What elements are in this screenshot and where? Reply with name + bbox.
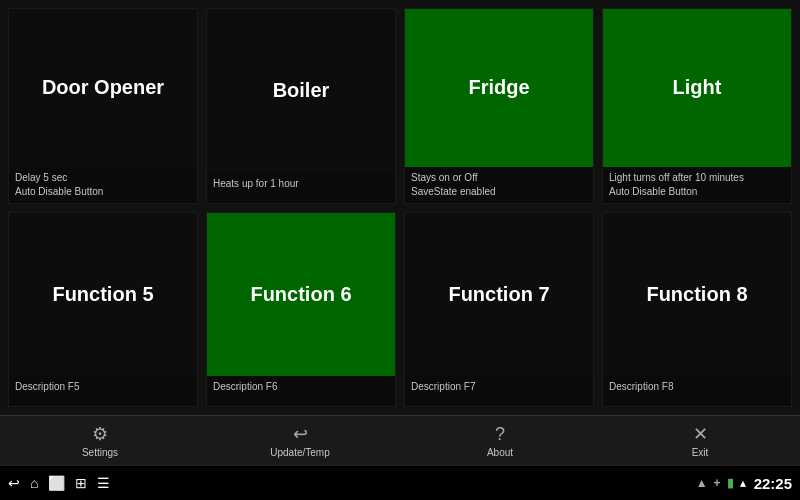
nav-item-settings[interactable]: ⚙Settings: [60, 423, 140, 458]
tile-desc-tile-3: Stays on or Off SaveState enabled: [405, 167, 593, 203]
tile-tile-8[interactable]: Function 8Description F8: [602, 212, 792, 408]
tile-desc-tile-8: Description F8: [603, 376, 791, 406]
tile-tile-2[interactable]: BoilerHeats up for 1 hour: [206, 8, 396, 204]
nav-label-update: Update/Temp: [270, 447, 329, 458]
tile-button-tile-7[interactable]: Function 7: [405, 213, 593, 377]
tile-desc-tile-6: Description F6: [207, 376, 395, 406]
tile-desc-tile-4: Light turns off after 10 minutes Auto Di…: [603, 167, 791, 203]
status-bar: ↩⌂⬜⊞☰ ▲ + ▮ ▴ 22:25: [0, 465, 800, 500]
tile-tile-4[interactable]: LightLight turns off after 10 minutes Au…: [602, 8, 792, 204]
tile-button-tile-8[interactable]: Function 8: [603, 213, 791, 377]
plus-icon: +: [714, 476, 721, 490]
menu-icon[interactable]: ☰: [97, 475, 110, 491]
tile-desc-tile-5: Description F5: [9, 376, 197, 406]
tile-tile-5[interactable]: Function 5Description F5: [8, 212, 198, 408]
tile-desc-tile-2: Heats up for 1 hour: [207, 173, 395, 203]
nav-label-exit: Exit: [692, 447, 709, 458]
grid-icon[interactable]: ⊞: [75, 475, 87, 491]
status-left: ↩⌂⬜⊞☰: [8, 475, 110, 491]
nav-icon-update: ↩: [293, 423, 308, 445]
back-icon[interactable]: ↩: [8, 475, 20, 491]
nav-item-update[interactable]: ↩Update/Temp: [260, 423, 340, 458]
tile-button-tile-3[interactable]: Fridge: [405, 9, 593, 167]
tile-button-tile-4[interactable]: Light: [603, 9, 791, 167]
home-icon[interactable]: ⌂: [30, 475, 38, 491]
tile-button-tile-5[interactable]: Function 5: [9, 213, 197, 377]
main-area: Door OpenerDelay 5 sec Auto Disable Butt…: [0, 0, 800, 415]
nav-label-settings: Settings: [82, 447, 118, 458]
window-icon[interactable]: ⬜: [48, 475, 65, 491]
nav-label-about: About: [487, 447, 513, 458]
tile-tile-3[interactable]: FridgeStays on or Off SaveState enabled: [404, 8, 594, 204]
battery-icon: ▮: [727, 476, 734, 490]
nav-icon-settings: ⚙: [92, 423, 108, 445]
time-display: 22:25: [754, 475, 792, 492]
tile-button-tile-6[interactable]: Function 6: [207, 213, 395, 377]
nav-icon-about: ?: [495, 424, 505, 445]
triangle-icon: ▲: [696, 476, 708, 490]
tile-tile-6[interactable]: Function 6Description F6: [206, 212, 396, 408]
tile-desc-tile-7: Description F7: [405, 376, 593, 406]
tile-button-tile-2[interactable]: Boiler: [207, 9, 395, 173]
status-icons-right: ▲ + ▮ ▴: [696, 476, 746, 490]
tile-tile-1[interactable]: Door OpenerDelay 5 sec Auto Disable Butt…: [8, 8, 198, 204]
nav-item-about[interactable]: ?About: [460, 424, 540, 458]
tile-desc-tile-1: Delay 5 sec Auto Disable Button: [9, 167, 197, 203]
nav-bar: ⚙Settings↩Update/Temp?About✕Exit: [0, 415, 800, 465]
tile-tile-7[interactable]: Function 7Description F7: [404, 212, 594, 408]
tile-button-tile-1[interactable]: Door Opener: [9, 9, 197, 167]
wifi-icon: ▴: [740, 477, 746, 490]
status-right: ▲ + ▮ ▴ 22:25: [696, 475, 792, 492]
nav-icon-exit: ✕: [693, 423, 708, 445]
nav-item-exit[interactable]: ✕Exit: [660, 423, 740, 458]
